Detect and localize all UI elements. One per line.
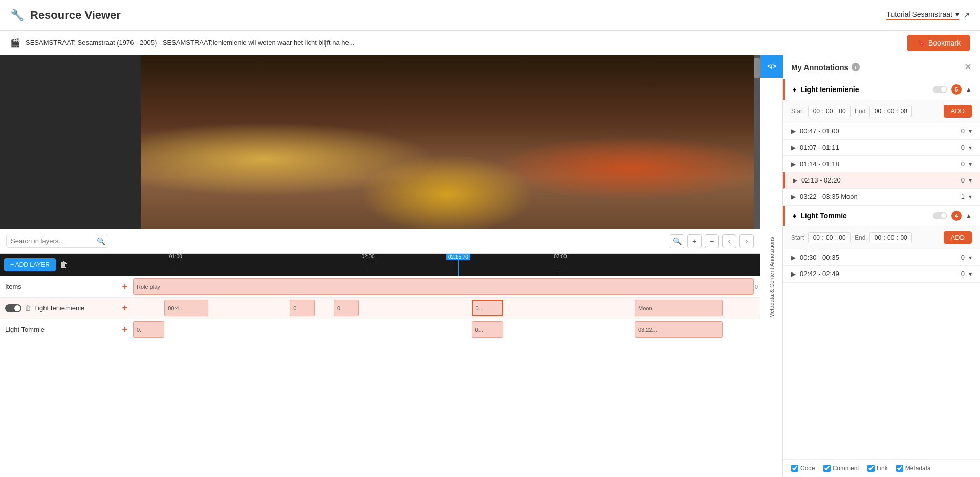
play-icon[interactable]: ▶ — [793, 177, 797, 184]
start-h[interactable]: 00 — [812, 108, 821, 115]
add-annotation-button-tommie[interactable]: ADD — [944, 231, 972, 244]
video-scene — [141, 55, 754, 229]
chevron-down-icon[interactable]: ▾ — [969, 254, 972, 261]
group-toggle-tommie[interactable] — [933, 212, 947, 219]
delete-icon[interactable]: 🗑 — [60, 260, 68, 269]
chevron-up-icon[interactable]: ▲ — [966, 212, 972, 219]
end-h[interactable]: 00 — [873, 234, 882, 241]
track-segment[interactable]: 03:22... — [635, 321, 723, 338]
info-icon[interactable]: i — [852, 63, 860, 71]
track-add-leniemenie[interactable]: + — [122, 303, 127, 313]
play-icon[interactable]: ▶ — [791, 161, 796, 168]
end-time-input-tommie[interactable]: 00 : 00 : 00 — [869, 232, 912, 243]
start-time-input[interactable]: 00 : 00 : 00 — [808, 106, 851, 117]
track-add-items[interactable]: + — [122, 281, 127, 292]
add-button[interactable]: + — [687, 234, 702, 248]
close-button[interactable]: ✕ — [964, 61, 972, 73]
start-m[interactable]: 00 — [825, 234, 834, 241]
end-m[interactable]: 00 — [886, 108, 896, 115]
external-link-icon[interactable]: ↗ — [963, 10, 970, 20]
seg-label: 00:4... — [168, 305, 184, 311]
list-item[interactable]: ▶ 01:14 - 01:18 0 ▾ — [783, 156, 980, 172]
end-h[interactable]: 00 — [873, 108, 882, 115]
track-segment[interactable]: 0. — [133, 321, 164, 338]
start-label: Start — [791, 234, 804, 241]
start-h[interactable]: 00 — [812, 234, 821, 241]
track-add-tommie[interactable]: + — [122, 324, 127, 335]
chevron-down-icon[interactable]: ▾ — [969, 144, 972, 151]
video-scrollbar[interactable] — [754, 55, 760, 229]
prev-button[interactable]: ‹ — [722, 234, 736, 248]
play-icon[interactable]: ▶ — [791, 254, 796, 261]
list-item[interactable]: ▶ 02:42 - 02:49 0 ▾ — [783, 266, 980, 282]
item-right: 0 ▾ — [961, 176, 972, 184]
leniemenie-toggle[interactable] — [5, 304, 21, 312]
end-s[interactable]: 00 — [899, 108, 908, 115]
code-checkbox[interactable] — [791, 465, 798, 472]
item-left: ▶ 01:14 - 01:18 — [791, 160, 839, 168]
comment-checkbox[interactable] — [823, 465, 831, 472]
annotation-time: 00:47 - 01:00 — [800, 127, 839, 135]
tutorial-dropdown[interactable]: Tutorial Sesamstraat ▾ — [886, 10, 959, 20]
start-time-input-tommie[interactable]: 00 : 00 : 00 — [808, 232, 851, 243]
track-segment[interactable]: Moon — [635, 300, 723, 316]
video-area — [0, 55, 760, 229]
end-m[interactable]: 00 — [886, 234, 896, 241]
start-m[interactable]: 00 — [825, 108, 834, 115]
search-input[interactable] — [11, 237, 97, 245]
track-content-items: Role play 0 — [133, 276, 760, 297]
delete-track-icon[interactable]: 🗑 — [25, 304, 31, 312]
video-frame — [141, 55, 754, 229]
track-segment[interactable]: 0. — [290, 300, 315, 316]
main-content: 🔍 🔍 + − ‹ › + ADD LAYER 🗑 01:00 — [0, 55, 980, 477]
timeline-ruler: 01:00 02:00 03:00 02:1 — [68, 254, 760, 276]
start-s[interactable]: 00 — [838, 234, 847, 241]
checkbox-comment: Comment — [823, 465, 859, 472]
play-icon[interactable]: ▶ — [791, 144, 796, 151]
play-icon[interactable]: ▶ — [791, 270, 796, 278]
video-player[interactable] — [141, 55, 754, 229]
next-button[interactable]: › — [739, 234, 754, 248]
track-label-tommie: Light Tommie + — [0, 319, 133, 340]
list-item[interactable]: ▶ 00:30 - 00:35 0 ▾ — [783, 249, 980, 266]
scrollbar-thumb[interactable] — [754, 58, 760, 78]
play-icon[interactable]: ▶ — [791, 193, 796, 200]
group-toggle-leniemenie[interactable] — [933, 86, 947, 93]
chevron-down-icon[interactable]: ▾ — [969, 161, 972, 168]
track-segment[interactable]: 0... — [472, 321, 503, 338]
code-tab-button[interactable]: </> — [760, 55, 783, 78]
list-item[interactable]: ▶ 01:07 - 01:11 0 ▾ — [783, 140, 980, 156]
toggle-small-knob — [941, 213, 946, 218]
group-badge-leniemenie: 5 — [951, 84, 962, 95]
minus-button[interactable]: − — [705, 234, 719, 248]
list-item[interactable]: ▶ 03:22 - 03:35 Moon 1 ▾ — [783, 189, 980, 205]
table-row: Items + Role play 0 — [0, 276, 760, 298]
track-segment[interactable]: Role play — [133, 278, 754, 295]
play-icon[interactable]: ▶ — [791, 128, 796, 135]
chevron-down-icon[interactable]: ▾ — [969, 193, 972, 200]
end-s[interactable]: 00 — [899, 234, 908, 241]
zoom-in-button[interactable]: 🔍 — [670, 234, 684, 248]
ruler-mark-2: 02:00 — [362, 254, 375, 270]
list-item[interactable]: ▶ 00:47 - 01:00 0 ▾ — [783, 123, 980, 140]
track-segment-highlight[interactable]: 0... — [472, 300, 503, 316]
ruler-time-3: 03:00 — [554, 254, 567, 259]
add-layer-button[interactable]: + ADD LAYER — [4, 258, 56, 271]
track-end-label: 0 — [755, 284, 758, 290]
annotation-group-leniemenie: ♦ Light Ieniemienie 5 ▲ Start — [783, 79, 980, 206]
timeline-controls: 🔍 + − ‹ › — [670, 234, 754, 248]
group-header-leniemenie: ♦ Light Ieniemienie 5 ▲ — [783, 79, 980, 100]
metadata-checkbox[interactable] — [896, 465, 903, 472]
chevron-down-icon[interactable]: ▾ — [969, 270, 972, 278]
chevron-down-icon[interactable]: ▾ — [969, 128, 972, 135]
end-time-input[interactable]: 00 : 00 : 00 — [869, 106, 912, 117]
track-segment[interactable]: 0. — [334, 300, 359, 316]
track-segment[interactable]: 00:4... — [164, 300, 208, 316]
chevron-up-icon[interactable]: ▲ — [966, 86, 972, 93]
link-checkbox[interactable] — [867, 465, 875, 472]
start-s[interactable]: 00 — [838, 108, 847, 115]
chevron-down-icon[interactable]: ▾ — [969, 177, 972, 184]
bookmark-button[interactable]: 🔖 Bookmark — [907, 35, 970, 51]
list-item[interactable]: ▶ 02:13 - 02:20 0 ▾ — [783, 172, 980, 189]
add-annotation-button-leniemenie[interactable]: ADD — [944, 105, 972, 118]
